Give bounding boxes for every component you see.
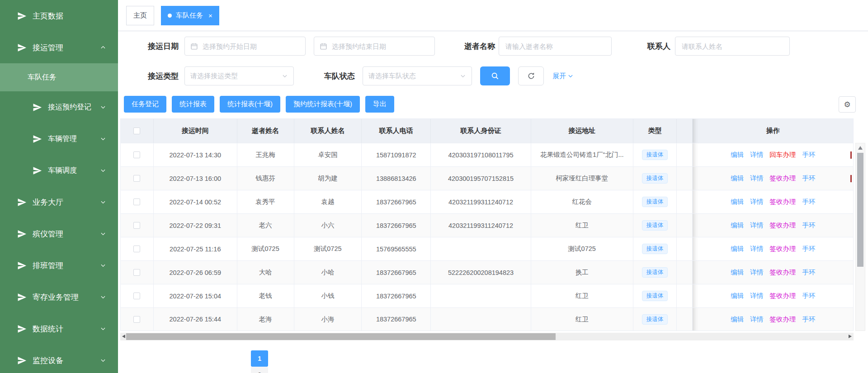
transfer-type-placeholder: 请选择接运类型 xyxy=(190,72,238,80)
sidebar-item-2[interactable]: 接运管理 xyxy=(0,32,118,63)
sidebar-item-11[interactable]: 数据统计 xyxy=(0,313,118,345)
page-button-2[interactable]: 2 xyxy=(251,367,268,373)
sidebar-item-9[interactable]: 排班管理 xyxy=(0,250,118,281)
cell-id_card: 420321199311240712 xyxy=(431,214,531,237)
date-start-field[interactable] xyxy=(202,42,300,51)
action-1-link[interactable]: 编辑 xyxy=(731,245,744,253)
tab-home[interactable]: 主页 xyxy=(126,6,154,25)
row-checkbox[interactable] xyxy=(133,316,140,323)
action-2-link[interactable]: 详情 xyxy=(750,221,763,230)
toolbar-button-2[interactable]: 统计报表 xyxy=(172,96,214,113)
column-settings-button[interactable]: ⚙ xyxy=(839,96,856,113)
toolbar-button-5[interactable]: 导出 xyxy=(365,96,394,113)
action-4-link[interactable]: 手环 xyxy=(802,292,815,300)
action-1-link[interactable]: 编辑 xyxy=(731,292,744,300)
type-badge: 接遗体 xyxy=(642,244,668,254)
scroll-up-arrow-icon[interactable] xyxy=(858,146,863,150)
date-end-field[interactable] xyxy=(331,42,429,51)
row-checkbox[interactable] xyxy=(133,269,140,276)
cell-time: 2022-07-13 16:00 xyxy=(154,167,237,190)
close-icon[interactable]: × xyxy=(208,12,212,19)
chevron-down-icon xyxy=(100,326,106,332)
action-4-link[interactable]: 手环 xyxy=(802,245,815,253)
spacer-cell xyxy=(677,284,693,307)
row-checkbox[interactable] xyxy=(133,151,140,158)
toolbar-button-4[interactable]: 预约统计报表(十堰) xyxy=(286,96,360,113)
cell-phone: 18372667965 xyxy=(362,214,431,237)
action-2-link[interactable]: 详情 xyxy=(750,198,763,206)
action-4-link[interactable]: 手环 xyxy=(802,174,815,183)
action-3-link[interactable]: 签收办理 xyxy=(769,174,796,183)
refresh-button[interactable] xyxy=(518,66,544,85)
transfer-type-select[interactable]: 请选择接运类型 xyxy=(184,66,294,85)
sidebar-item-7[interactable]: 业务大厅 xyxy=(0,186,118,218)
date-end-input[interactable] xyxy=(314,37,435,56)
action-4-link[interactable]: 手环 xyxy=(802,315,815,324)
scroll-right-arrow-icon[interactable] xyxy=(849,335,852,338)
action-1-link[interactable]: 编辑 xyxy=(731,151,744,159)
contact-input[interactable] xyxy=(675,37,790,56)
sidebar-item-8[interactable]: 殡仪管理 xyxy=(0,218,118,250)
action-2-link[interactable]: 详情 xyxy=(750,174,763,183)
action-3-link[interactable]: 签收办理 xyxy=(769,221,796,230)
chevron-down-icon xyxy=(100,294,106,300)
action-4-link[interactable]: 手环 xyxy=(802,198,815,206)
expand-link[interactable]: 展开 xyxy=(552,72,574,80)
action-2-link[interactable]: 详情 xyxy=(750,245,763,253)
action-3-link[interactable]: 签收办理 xyxy=(769,245,796,253)
action-2-link[interactable]: 详情 xyxy=(750,292,763,300)
sidebar-item-3[interactable]: 车队任务 xyxy=(0,63,118,91)
select-all-checkbox[interactable] xyxy=(133,127,140,134)
toolbar-button-3[interactable]: 统计报表(十堰) xyxy=(220,96,280,113)
action-4-link[interactable]: 手环 xyxy=(802,268,815,277)
row-checkbox[interactable] xyxy=(133,246,140,252)
deceased-name-field[interactable] xyxy=(505,42,606,51)
action-1-link[interactable]: 编辑 xyxy=(731,315,744,324)
page-button-1[interactable]: 1 xyxy=(251,350,268,367)
cell-contact: 袁越 xyxy=(294,190,362,213)
scroll-left-arrow-icon[interactable] xyxy=(122,335,125,338)
action-3-link[interactable]: 回车办理 xyxy=(769,151,796,159)
action-3-link[interactable]: 签收办理 xyxy=(769,198,796,206)
row-checkbox[interactable] xyxy=(133,222,140,229)
action-2-link[interactable]: 详情 xyxy=(750,315,763,324)
filter-row-2: 接运类型 请选择接运类型 车队状态 请选择车队状态 xyxy=(118,66,868,85)
deceased-name-input[interactable] xyxy=(499,37,612,56)
contact-field[interactable] xyxy=(681,42,784,51)
type-badge: 接遗体 xyxy=(642,267,668,278)
action-1-link[interactable]: 编辑 xyxy=(731,198,744,206)
date-start-input[interactable] xyxy=(184,37,306,56)
action-4-link[interactable]: 手环 xyxy=(802,151,815,159)
sidebar-item-6[interactable]: 车辆调度 xyxy=(0,155,118,186)
action-1-link[interactable]: 编辑 xyxy=(731,268,744,277)
row-checkbox[interactable] xyxy=(133,175,140,182)
column-header: 接运地址 xyxy=(531,119,633,143)
horizontal-scrollbar[interactable] xyxy=(120,333,854,340)
action-2-link[interactable]: 详情 xyxy=(750,268,763,277)
cell-address: 红卫 xyxy=(531,284,633,307)
action-3-link[interactable]: 签收办理 xyxy=(769,268,796,277)
toolbar-button-1[interactable]: 任务登记 xyxy=(124,96,166,113)
sidebar-item-5[interactable]: 车辆管理 xyxy=(0,123,118,155)
action-2-link[interactable]: 详情 xyxy=(750,151,763,159)
send-icon xyxy=(33,134,42,144)
vertical-scroll-thumb[interactable] xyxy=(857,153,863,267)
row-checkbox[interactable] xyxy=(133,293,140,299)
vertical-scrollbar[interactable] xyxy=(855,143,865,331)
sidebar-item-12[interactable]: 监控设备 xyxy=(0,345,118,373)
sidebar-item-1[interactable]: 主页数据 xyxy=(0,0,118,32)
horizontal-scroll-thumb[interactable] xyxy=(126,333,556,340)
send-icon xyxy=(33,103,42,112)
action-4-link[interactable]: 手环 xyxy=(802,221,815,230)
search-button[interactable] xyxy=(480,66,510,85)
fleet-status-select[interactable]: 请选择车队状态 xyxy=(363,66,472,85)
table-row-7: 2022-07-26 15:04老钱小钱18372667965红卫接遗体编辑详情… xyxy=(121,284,853,307)
sidebar-item-4[interactable]: 接运预约登记 xyxy=(0,91,118,123)
action-1-link[interactable]: 编辑 xyxy=(731,174,744,183)
tab-fleet-tasks[interactable]: 车队任务 × xyxy=(161,6,219,25)
action-3-link[interactable]: 签收办理 xyxy=(769,292,796,300)
action-1-link[interactable]: 编辑 xyxy=(731,221,744,230)
action-3-link[interactable]: 签收办理 xyxy=(769,315,796,324)
sidebar-item-10[interactable]: 寄存业务管理 xyxy=(0,281,118,313)
row-checkbox[interactable] xyxy=(133,198,140,205)
